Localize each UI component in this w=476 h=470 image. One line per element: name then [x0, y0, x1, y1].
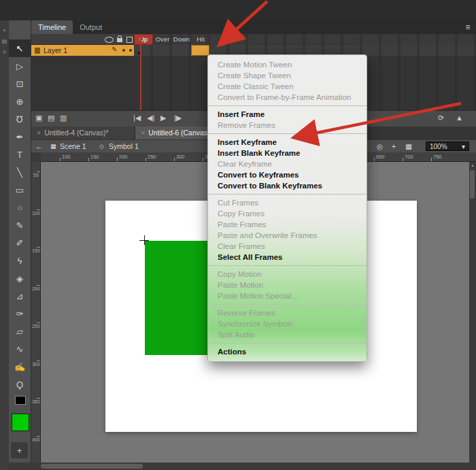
- back-arrow-icon[interactable]: ←: [35, 140, 43, 153]
- outline-column-icon[interactable]: [126, 37, 133, 43]
- ruler-label: 700: [405, 154, 413, 160]
- tab-timeline[interactable]: Timeline: [31, 20, 73, 34]
- tab-output[interactable]: Output: [73, 20, 109, 34]
- scrollbar-thumb[interactable]: [41, 464, 143, 469]
- scroll-up-icon[interactable]: ▴: [469, 163, 476, 168]
- step-forward-button[interactable]: |▶: [174, 114, 182, 122]
- show-hide-column-icon[interactable]: [105, 37, 114, 43]
- menu-item-paste-frames: Paste Frames: [208, 219, 367, 230]
- step-back-button[interactable]: ◀|: [147, 114, 154, 122]
- lock-column-icon[interactable]: [117, 38, 122, 42]
- green-rectangle-shape[interactable]: [145, 241, 213, 355]
- frame-label-up[interactable]: Up: [134, 34, 153, 45]
- zoom-select[interactable]: 100% ▾: [426, 141, 469, 151]
- menu-item-insert-blank-keyframe[interactable]: Insert Blank Keyframe: [208, 148, 367, 158]
- eraser-tool[interactable]: ▱: [9, 322, 31, 340]
- hand-tool[interactable]: ✍: [9, 358, 31, 375]
- width-tool[interactable]: ∿: [9, 340, 31, 358]
- timeline-panel-menu-icon[interactable]: ≡: [462, 22, 473, 32]
- frame-label-over[interactable]: Over: [153, 34, 172, 45]
- scrollbar-thumb[interactable]: [470, 170, 475, 199]
- subselection-tool[interactable]: ▷: [9, 57, 31, 75]
- panel-grid-icon[interactable]: ▤: [0, 38, 9, 44]
- ruler-label: 150: [31, 248, 41, 253]
- pen-tool[interactable]: ✒: [9, 128, 31, 146]
- selection-tool[interactable]: ↖: [9, 39, 31, 57]
- text-tool[interactable]: T: [9, 146, 31, 163]
- selected-frame-cell[interactable]: [191, 45, 209, 56]
- vertical-scrollbar[interactable]: ▴: [469, 162, 476, 463]
- menu-item-actions[interactable]: Actions: [208, 346, 367, 357]
- text-tool-icon: T: [17, 150, 22, 159]
- brush-tool-icon: ✐: [16, 239, 24, 248]
- free-transform-tool[interactable]: ⊡: [9, 75, 31, 93]
- frame-view-icon[interactable]: ▲: [456, 114, 463, 122]
- document-tab-untitled-4[interactable]: ×Untitled-4 (Canvas)*: [31, 127, 135, 139]
- fill-color-swatch[interactable]: [12, 414, 29, 431]
- ink-bottle-tool[interactable]: ⊿: [9, 287, 31, 305]
- pencil-tool[interactable]: ✎: [9, 216, 31, 234]
- layer-lock-dot[interactable]: [129, 49, 132, 52]
- menu-item-paste-motion-special: Paste Motion Special...: [208, 290, 367, 301]
- layer-visible-dot[interactable]: [122, 49, 125, 52]
- center-stage-icon[interactable]: +: [392, 140, 396, 153]
- close-icon[interactable]: ×: [141, 129, 145, 137]
- menu-item-create-motion-tween: Create Motion Tween: [208, 59, 367, 70]
- menu-item-insert-keyframe[interactable]: Insert Keyframe: [208, 137, 367, 148]
- menu-item-convert-to-keyframes[interactable]: Convert to Keyframes: [208, 169, 367, 180]
- close-icon[interactable]: ×: [37, 129, 41, 137]
- stroke-color-swatch[interactable]: [15, 396, 26, 405]
- rectangle-tool[interactable]: ▭: [9, 181, 31, 199]
- bone-tool[interactable]: ϟ: [9, 252, 31, 269]
- delete-layer-icon[interactable]: ▥: [60, 114, 67, 122]
- 3d-rotation-tool[interactable]: ⊕: [9, 93, 31, 110]
- menu-item-paste-and-overwrite-frames: Paste and Overwrite Frames: [208, 230, 367, 241]
- menu-item-convert-to-blank-keyframes[interactable]: Convert to Blank Keyframes: [208, 180, 367, 191]
- ink-bottle-tool-icon: ⊿: [16, 292, 24, 301]
- lasso-tool[interactable]: ℧: [9, 110, 31, 128]
- edit-symbols-icon[interactable]: ◎: [377, 140, 383, 153]
- grid-icon[interactable]: ▦: [405, 140, 412, 153]
- go-to-first-frame-button[interactable]: |◀: [133, 114, 141, 122]
- frame-label-hit[interactable]: Hit: [191, 34, 210, 45]
- hand-tool-icon: ✍: [14, 363, 25, 371]
- loop-icon[interactable]: ⟳: [438, 114, 444, 122]
- paint-bucket-tool[interactable]: ◈: [9, 269, 31, 287]
- collapse-panels-icon[interactable]: «: [0, 27, 9, 33]
- new-layer-icon[interactable]: ▣: [35, 114, 42, 122]
- ruler-label: 100: [31, 211, 41, 216]
- menu-item-cut-frames: Cut Frames: [208, 197, 367, 208]
- menu-item-insert-frame[interactable]: Insert Frame: [208, 109, 367, 120]
- frame-label-down[interactable]: Down: [172, 34, 191, 45]
- ruler-label: 350: [31, 399, 41, 404]
- panel-menu-icon[interactable]: ≡: [0, 49, 9, 55]
- menu-item-create-shape-tween: Create Shape Tween: [208, 70, 367, 81]
- layer-row[interactable]: Layer 1 ✎: [31, 45, 134, 56]
- eyedropper-tool-icon: ✑: [16, 309, 24, 318]
- paint-bucket-tool-icon: ◈: [16, 274, 23, 283]
- flash-application-window: « ▤ ≡ ↖▷⊡⊕℧✒T╲▭○✎✐ϟ◈⊿✑▱∿✍Ϙ + Timeline Ou…: [0, 0, 476, 470]
- layer-type-icon: [35, 48, 40, 54]
- frame-header: UpOverDownHit: [134, 34, 476, 45]
- eyedropper-tool[interactable]: ✑: [9, 305, 31, 322]
- line-tool[interactable]: ╲: [9, 163, 31, 181]
- menu-separator: [208, 343, 367, 343]
- chevron-down-icon: ▾: [462, 142, 465, 150]
- horizontal-scrollbar[interactable]: [9, 463, 476, 470]
- bone-tool-icon: ϟ: [18, 256, 22, 265]
- eraser-tool-icon: ▱: [16, 327, 23, 336]
- oval-tool[interactable]: ○: [9, 199, 31, 216]
- breadcrumb-scene[interactable]: Scene 1: [60, 140, 86, 153]
- layer-name[interactable]: Layer 1: [44, 45, 67, 56]
- play-button[interactable]: ▶: [160, 114, 166, 122]
- lasso-tool-icon: ℧: [16, 115, 23, 124]
- menu-item-clear-frames: Clear Frames: [208, 241, 367, 252]
- menu-item-convert-to-frame-by-frame-animation: Convert to Frame-by-Frame Animation: [208, 92, 367, 103]
- zoom-tool[interactable]: Ϙ: [9, 375, 31, 393]
- menu-item-select-all-frames[interactable]: Select All Frames: [208, 252, 367, 263]
- document-tab-label: Untitled-4 (Canvas)*: [44, 129, 109, 137]
- breadcrumb-symbol[interactable]: Symbol 1: [109, 140, 139, 153]
- new-folder-icon[interactable]: ▤: [48, 114, 54, 122]
- tool-options-icon[interactable]: +: [11, 442, 28, 458]
- brush-tool[interactable]: ✐: [9, 234, 31, 252]
